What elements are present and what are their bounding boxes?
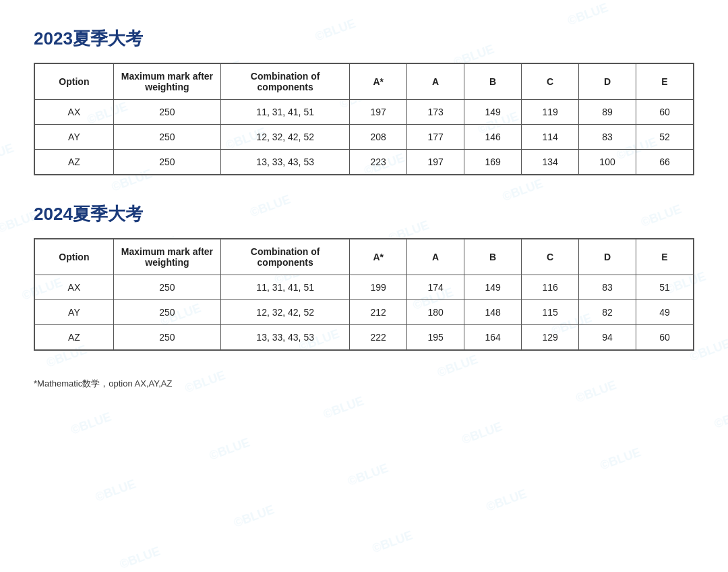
- cell-option: AY: [35, 300, 114, 325]
- header-a-star-2024: A*: [350, 239, 407, 275]
- cell-b: 146: [464, 125, 522, 150]
- table-row: AZ 250 13, 33, 43, 53 222 195 164 129 94…: [35, 325, 694, 350]
- table-header-row-2024: Option Maximum mark after weighting Comb…: [35, 239, 694, 275]
- cell-e: 51: [636, 275, 694, 300]
- cell-max: 250: [113, 125, 220, 150]
- table-2023: Option Maximum mark after weighting Comb…: [34, 63, 694, 175]
- cell-option: AX: [35, 275, 114, 300]
- cell-c: 116: [522, 275, 579, 300]
- table-row: AX 250 11, 31, 41, 51 199 174 149 116 83…: [35, 275, 694, 300]
- cell-a: 195: [407, 325, 464, 350]
- header-b: B: [464, 64, 522, 100]
- cell-b: 149: [464, 275, 522, 300]
- cell-option: AX: [35, 100, 114, 125]
- section-2023: 2023夏季大考 Option Maximum mark after weigh…: [34, 27, 694, 175]
- cell-a-star: 197: [350, 100, 407, 125]
- table-row: AY 250 12, 32, 42, 52 212 180 148 115 82…: [35, 300, 694, 325]
- cell-combo: 13, 33, 43, 53: [221, 325, 350, 350]
- header-option: Option: [35, 64, 114, 100]
- cell-b: 149: [464, 100, 522, 125]
- header-e: E: [636, 64, 694, 100]
- cell-a: 173: [407, 100, 464, 125]
- cell-a-star: 212: [350, 300, 407, 325]
- title-2023: 2023夏季大考: [34, 27, 694, 51]
- cell-d: 100: [579, 150, 636, 175]
- cell-c: 115: [522, 300, 579, 325]
- cell-option: AZ: [35, 325, 114, 350]
- header-b-2024: B: [464, 239, 522, 275]
- cell-e: 49: [636, 300, 694, 325]
- header-a-2024: A: [407, 239, 464, 275]
- cell-b: 169: [464, 150, 522, 175]
- table-2024-wrapper: Option Maximum mark after weighting Comb…: [34, 238, 694, 351]
- cell-max: 250: [113, 275, 220, 300]
- cell-a-star: 199: [350, 275, 407, 300]
- header-max-mark-2024: Maximum mark after weighting: [113, 239, 220, 275]
- cell-option: AY: [35, 125, 114, 150]
- cell-a-star: 222: [350, 325, 407, 350]
- cell-max: 250: [113, 300, 220, 325]
- cell-d: 83: [579, 275, 636, 300]
- cell-a: 177: [407, 125, 464, 150]
- cell-a: 180: [407, 300, 464, 325]
- cell-combo: 13, 33, 43, 53: [221, 150, 350, 175]
- header-option-2024: Option: [35, 239, 114, 275]
- header-c: C: [522, 64, 579, 100]
- cell-a-star: 208: [350, 125, 407, 150]
- cell-d: 83: [579, 125, 636, 150]
- header-d: D: [579, 64, 636, 100]
- cell-max: 250: [113, 150, 220, 175]
- cell-e: 60: [636, 325, 694, 350]
- cell-c: 119: [522, 100, 579, 125]
- cell-c: 129: [522, 325, 579, 350]
- table-row: AZ 250 13, 33, 43, 53 223 197 169 134 10…: [35, 150, 694, 175]
- header-a: A: [407, 64, 464, 100]
- cell-e: 66: [636, 150, 694, 175]
- cell-a: 197: [407, 150, 464, 175]
- table-2024: Option Maximum mark after weighting Comb…: [34, 239, 694, 350]
- header-max-mark: Maximum mark after weighting: [113, 64, 220, 100]
- cell-a-star: 223: [350, 150, 407, 175]
- cell-combo: 12, 32, 42, 52: [221, 125, 350, 150]
- cell-c: 134: [522, 150, 579, 175]
- table-row: AY 250 12, 32, 42, 52 208 177 146 114 83…: [35, 125, 694, 150]
- cell-combo: 11, 31, 41, 51: [221, 100, 350, 125]
- cell-b: 164: [464, 325, 522, 350]
- cell-b: 148: [464, 300, 522, 325]
- header-a-star: A*: [350, 64, 407, 100]
- cell-max: 250: [113, 325, 220, 350]
- header-d-2024: D: [579, 239, 636, 275]
- header-e-2024: E: [636, 239, 694, 275]
- footnote: *Mathematic数学，option AX,AY,AZ: [34, 378, 694, 390]
- title-2024: 2024夏季大考: [34, 202, 694, 226]
- cell-d: 89: [579, 100, 636, 125]
- header-combination-2024: Combination of components: [221, 239, 350, 275]
- cell-combo: 12, 32, 42, 52: [221, 300, 350, 325]
- cell-d: 82: [579, 300, 636, 325]
- cell-d: 94: [579, 325, 636, 350]
- cell-e: 52: [636, 125, 694, 150]
- table-2023-wrapper: Option Maximum mark after weighting Comb…: [34, 63, 694, 175]
- table-row: AX 250 11, 31, 41, 51 197 173 149 119 89…: [35, 100, 694, 125]
- cell-combo: 11, 31, 41, 51: [221, 275, 350, 300]
- header-combination: Combination of components: [221, 64, 350, 100]
- cell-e: 60: [636, 100, 694, 125]
- cell-max: 250: [113, 100, 220, 125]
- section-2024: 2024夏季大考 Option Maximum mark after weigh…: [34, 202, 694, 351]
- cell-c: 114: [522, 125, 579, 150]
- header-c-2024: C: [522, 239, 579, 275]
- table-header-row: Option Maximum mark after weighting Comb…: [35, 64, 694, 100]
- cell-a: 174: [407, 275, 464, 300]
- cell-option: AZ: [35, 150, 114, 175]
